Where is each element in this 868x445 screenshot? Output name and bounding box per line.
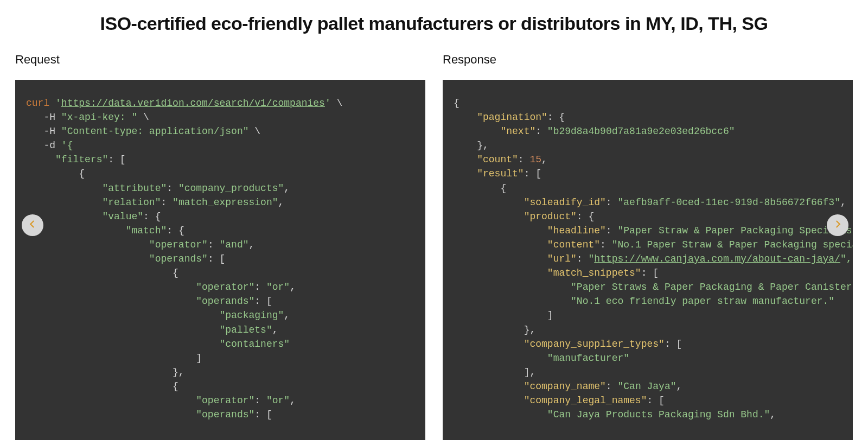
- response-url-link: https://www.canjaya.com.my/about-can-jay…: [594, 253, 840, 264]
- request-label: Request: [15, 53, 425, 67]
- curl-cmd: curl: [26, 98, 49, 109]
- chevron-right-icon: [833, 219, 843, 231]
- response-column: Response { "pagination": { "next": "b29d…: [443, 53, 853, 440]
- response-code: { "pagination": { "next": "b29d8a4b90d7a…: [443, 80, 853, 440]
- request-code: curl 'https://data.veridion.com/search/v…: [15, 80, 425, 440]
- next-button[interactable]: [827, 214, 848, 236]
- page-title: ISO-certified eco-friendly pallet manufa…: [15, 13, 853, 34]
- chevron-left-icon: [28, 219, 37, 231]
- response-label: Response: [443, 53, 853, 67]
- prev-button[interactable]: [22, 214, 43, 236]
- request-url: https://data.veridion.com/search/v1/comp…: [61, 98, 325, 109]
- request-column: Request curl 'https://data.veridion.com/…: [15, 53, 425, 440]
